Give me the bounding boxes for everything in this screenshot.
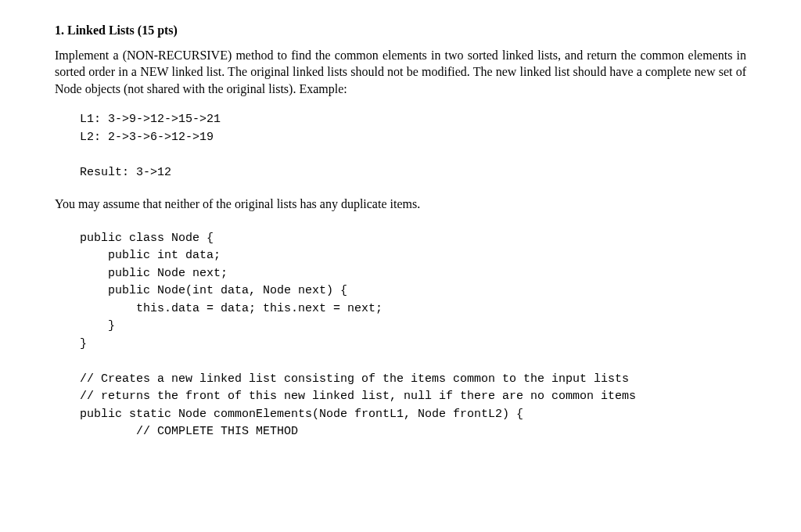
code-block: public class Node { public int data; pub…	[80, 230, 746, 441]
question-heading: 1. Linked Lists (15 pts)	[55, 22, 746, 39]
question-description: Implement a (NON-RECURSIVE) method to fi…	[55, 47, 746, 98]
assumption-text: You may assume that neither of the origi…	[55, 196, 746, 213]
example-block: L1: 3->9->12->15->21 L2: 2->3->6->12->19…	[80, 111, 746, 182]
